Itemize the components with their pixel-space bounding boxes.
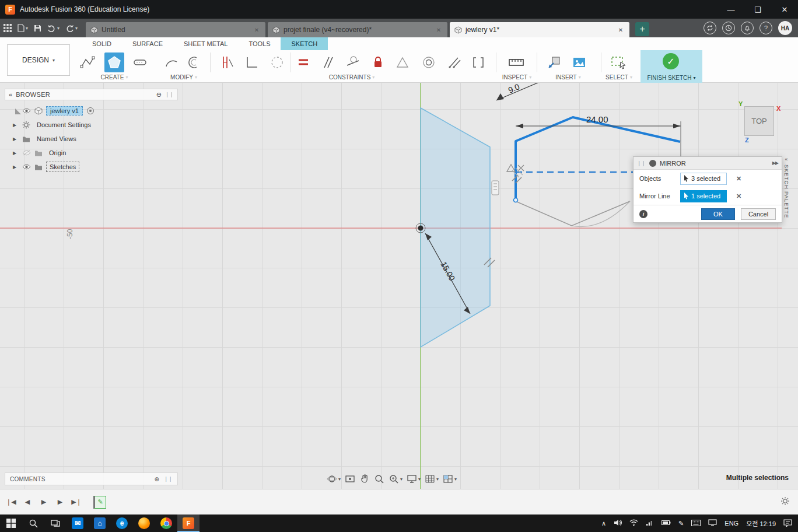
timeline-settings-gear-icon[interactable] [780,496,790,508]
group-insert[interactable]: INSERT▾ [555,73,581,81]
symmetry-constraint-button[interactable] [444,52,464,72]
hidden-icons-chevron[interactable]: ∧ [601,520,606,527]
minimize-button[interactable]: — [718,0,744,19]
orbit-button[interactable]: ▾ [327,474,341,484]
palette-expand-icon[interactable]: « [785,156,788,162]
look-at-button[interactable] [345,474,355,484]
start-button[interactable] [0,514,22,532]
timeline-step-back-button[interactable]: ◀ [21,496,34,509]
sketch-profile-polygon[interactable] [421,108,490,347]
group-select[interactable]: SELECT▾ [606,73,632,81]
group-constraints[interactable]: CONSTRAINTS▾ [329,73,375,81]
constraint-badge[interactable] [492,181,499,195]
arc-tool-button[interactable] [162,52,181,72]
fix-lock-constraint-button[interactable] [368,52,388,72]
parallel-constraint-button[interactable] [318,52,338,72]
activate-component-icon[interactable] [86,107,94,115]
tab-surface[interactable]: SURFACE [122,37,173,50]
maximize-button[interactable]: ❑ [744,0,771,19]
sketch-palette-strip[interactable]: « SKETCH PALETTE [782,156,791,220]
taskbar-app-chrome-icon[interactable] [155,514,177,532]
taskbar-app-fusion360-icon[interactable]: F [177,514,200,532]
dialog-grip-icon[interactable]: ❘❘ [637,160,646,166]
action-center-icon[interactable] [783,519,792,528]
browser-grip-icon[interactable]: ❘❘ [165,92,174,97]
mirror-dialog-header[interactable]: ❘❘ MIRROR ▶▶ [634,157,782,170]
expander-icon[interactable]: ▶ [13,164,19,170]
tab-close-icon[interactable]: ✕ [253,26,261,34]
language-indicator[interactable]: ENG [724,520,738,527]
viewcube[interactable]: TOP [744,106,774,136]
line-tool-button[interactable] [78,52,97,72]
taskbar-app-firefox-icon[interactable] [133,514,155,532]
visibility-eye-icon[interactable] [22,164,31,170]
comments-grip-icon[interactable]: ❘❘ [164,476,173,482]
expander-icon[interactable]: ▶ [13,123,19,128]
pen-input-icon[interactable]: ✎ [678,520,684,527]
browser-row-named-views[interactable]: ▶ Named Views [5,132,178,146]
wifi-icon[interactable] [629,519,638,527]
browser-row-sketches[interactable]: ▶ Sketches [5,160,178,174]
tab-close-icon[interactable]: ✕ [617,26,625,34]
objects-clear-icon[interactable]: ✕ [736,175,741,183]
sketch-point[interactable] [514,198,518,202]
browser-row-origin[interactable]: ▶ Origin [5,146,178,160]
pan-button[interactable] [359,474,370,484]
display-settings-button[interactable]: ▾ [407,474,421,484]
dim-24-value[interactable]: 24.00 [586,114,608,124]
finish-sketch-block[interactable]: ✓ FINISH SKETCH ▾ [640,50,702,83]
battery-icon[interactable] [662,520,671,527]
constraint-triangle-glyph[interactable] [507,164,515,172]
taskbar-search-icon[interactable] [22,514,44,532]
expander-icon[interactable]: ▶ [13,136,19,142]
fit-button[interactable]: ▾ [388,474,402,484]
objects-selection-field[interactable]: 3 selected [680,173,727,185]
expander-icon[interactable]: ▶ [13,150,19,156]
browser-root-label[interactable]: jewlery v1 [46,106,83,116]
concentric-constraint-button[interactable] [419,52,439,72]
triangle-constraint-button[interactable] [393,52,412,72]
modeling-canvas[interactable]: 24.00 15.00 9.0 -50 « BROWS [0,83,798,489]
visibility-eye-icon[interactable] [22,108,31,114]
group-inspect[interactable]: INSPECT▾ [502,73,531,81]
job-status-clock-icon[interactable] [722,22,735,34]
workspace-selector[interactable]: DESIGN ▾ [7,44,70,76]
undo-button[interactable]: ▾ [47,24,60,32]
visibility-eye-off-icon[interactable] [22,150,31,156]
taskbar-app-edge-icon[interactable]: e [111,514,133,532]
user-avatar[interactable]: HA [778,21,792,35]
clock[interactable]: 오전 12:19 [746,519,776,528]
measure-tool-button[interactable] [506,52,526,72]
notification-bell-icon[interactable] [741,22,754,34]
grid-snaps-button[interactable]: ▾ [425,474,439,484]
ok-button[interactable]: OK [701,208,735,220]
tab-tools[interactable]: TOOLS [238,37,281,50]
comments-bar[interactable]: COMMENTS ⊕ ❘❘ [5,473,178,485]
viewcube-face-label[interactable]: TOP [751,117,767,125]
browser-minus-icon[interactable]: ⊖ [156,91,162,99]
origin-point[interactable] [418,226,424,231]
polygon-tool-button[interactable] [104,52,124,72]
document-tab-projet-finale[interactable]: projet finale (v4~recovered)* ✕ [268,22,447,37]
help-icon[interactable]: ? [760,22,772,34]
timeline-sketch-feature[interactable]: ✎ [93,496,106,509]
volume-icon[interactable] [614,519,622,527]
equal-constraint-button[interactable] [293,52,313,72]
timeline-play-button[interactable]: ▶ [37,496,50,509]
touch-keyboard-icon[interactable] [691,520,701,527]
new-document-tab-button[interactable]: + [635,22,649,36]
group-modify[interactable]: MODIFY▾ [170,73,197,81]
browser-row-root[interactable]: jewlery v1 [5,104,178,118]
select-tool-button[interactable] [608,52,628,72]
taskbar-app-store-icon[interactable]: ⌂ [89,514,111,532]
zoom-button[interactable] [374,474,384,484]
tab-sheet-metal[interactable]: SHEET METAL [173,37,238,50]
dialog-collapse-icon[interactable]: ▶▶ [772,160,778,166]
slot-tool-button[interactable] [130,52,150,72]
circle-tool-button[interactable] [267,52,287,72]
cancel-button[interactable]: Cancel [741,208,776,220]
redo-button[interactable]: ▾ [65,24,78,32]
constraint-x-glyph[interactable] [518,165,524,171]
document-tab-untitled[interactable]: Untitled ✕ [86,22,265,37]
viewports-button[interactable]: ▾ [443,474,457,484]
